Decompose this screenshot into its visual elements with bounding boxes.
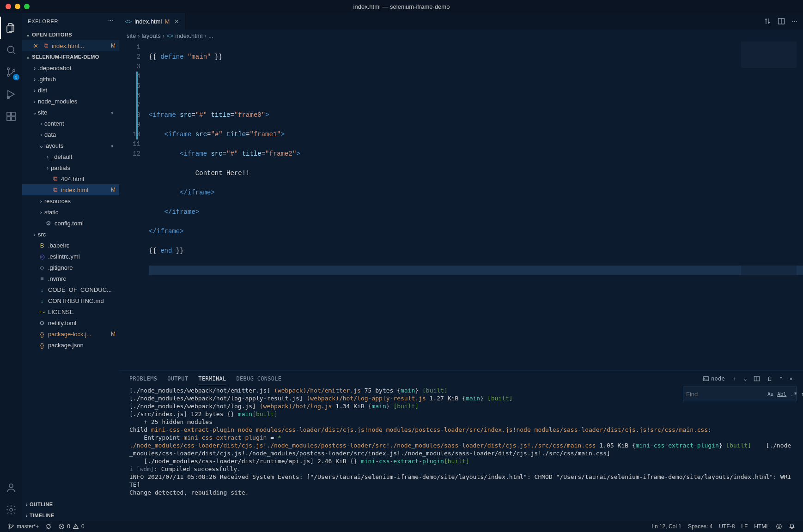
settings-icon[interactable] xyxy=(0,499,22,521)
gear-icon: ⚙ xyxy=(44,220,53,227)
new-terminal-icon[interactable]: ＋ xyxy=(731,375,737,383)
split-terminal-icon[interactable] xyxy=(754,375,760,382)
close-window-icon[interactable] xyxy=(6,4,11,9)
split-editor-icon[interactable] xyxy=(778,18,785,25)
tab-index-html[interactable]: <> index.html M ✕ xyxy=(119,13,185,30)
status-problems[interactable]: 0 0 xyxy=(55,521,87,532)
svg-point-15 xyxy=(9,524,10,526)
find-input[interactable] xyxy=(686,391,764,398)
tab-terminal[interactable]: TERMINAL xyxy=(198,373,226,385)
folder-dependabot[interactable]: ›.dependabot xyxy=(22,62,119,73)
account-icon[interactable] xyxy=(0,477,22,499)
file-code-of-conduct[interactable]: ↓CODE_OF_CONDUC... xyxy=(22,284,119,295)
terminal-shell-icon[interactable]: node xyxy=(703,375,725,382)
svg-point-11 xyxy=(10,508,12,511)
status-lncol[interactable]: Ln 12, Col 1 xyxy=(648,521,685,532)
search-icon[interactable] xyxy=(0,39,22,61)
close-tab-icon[interactable]: ✕ xyxy=(174,18,179,25)
open-editor-item[interactable]: ✕ ⧉ index.html... M xyxy=(22,40,119,51)
window-controls xyxy=(0,4,30,9)
source-control-icon[interactable]: 3 xyxy=(0,61,22,83)
explorer-icon[interactable] xyxy=(0,17,22,39)
editor-tabs: <> index.html M ✕ ⋯ xyxy=(119,13,803,30)
extensions-icon[interactable] xyxy=(0,105,22,127)
timeline-section[interactable]: ›TIMELINE xyxy=(22,510,119,521)
modified-badge: M xyxy=(111,42,116,49)
file-nvmrc[interactable]: ≡.nvmrc xyxy=(22,273,119,284)
editor-area: <> index.html M ✕ ⋯ site › layouts › <> … xyxy=(119,13,803,521)
file-package-lock[interactable]: {}package-lock.j...M xyxy=(22,328,119,339)
match-case-icon[interactable]: Aa xyxy=(767,391,773,397)
folder-content[interactable]: ›content xyxy=(22,118,119,129)
folder-layouts[interactable]: ⌄layouts● xyxy=(22,140,119,151)
workspace-section[interactable]: ⌄SELENIUM-IFRAME-DEMO xyxy=(22,51,119,62)
file-config-toml[interactable]: ⚙config.toml xyxy=(22,218,119,229)
folder-resources[interactable]: ›resources xyxy=(22,195,119,206)
svg-rect-7 xyxy=(12,112,15,116)
folder-static[interactable]: ›static xyxy=(22,206,119,218)
status-feedback-icon[interactable] xyxy=(773,521,785,532)
folder-dist[interactable]: ›dist xyxy=(22,85,119,96)
tab-problems[interactable]: PROBLEMS xyxy=(129,373,157,385)
file-gitignore[interactable]: ◇.gitignore xyxy=(22,262,119,273)
folder-github[interactable]: ›.github xyxy=(22,73,119,85)
file-contributing[interactable]: ↓CONTRIBUTING.md xyxy=(22,295,119,306)
file-netlify-toml[interactable]: ⚙netlify.toml xyxy=(22,317,119,328)
find-prev-icon[interactable]: ↑ xyxy=(801,391,803,398)
breadcrumb-file[interactable]: index.html xyxy=(175,32,202,39)
folder-site[interactable]: ⌄site● xyxy=(22,107,119,118)
markdown-file-icon: ↓ xyxy=(38,286,46,293)
json-file-icon: {} xyxy=(38,342,46,349)
breadcrumbs[interactable]: site › layouts › <> index.html › ... xyxy=(119,30,803,42)
more-actions-icon[interactable]: ⋯ xyxy=(791,18,797,25)
title-bar: index.html — selenium-iframe-demo xyxy=(0,0,803,13)
status-bell-icon[interactable] xyxy=(785,521,798,532)
file-404[interactable]: ⧉404.html xyxy=(22,173,119,184)
code-editor[interactable]: 123 45678910 1112 {{ define "main" }} <<… xyxy=(119,42,803,370)
kill-terminal-icon[interactable] xyxy=(766,375,773,382)
run-debug-icon[interactable] xyxy=(0,83,22,105)
status-encoding[interactable]: UTF-8 xyxy=(716,521,738,532)
folder-data[interactable]: ›data xyxy=(22,129,119,140)
file-eslintrc[interactable]: ◎.eslintrc.yml xyxy=(22,251,119,262)
zoom-window-icon[interactable] xyxy=(24,4,30,9)
outline-section[interactable]: ›OUTLINE xyxy=(22,499,119,510)
more-icon[interactable]: ⋯ xyxy=(108,18,114,24)
status-language[interactable]: HTML xyxy=(751,521,773,532)
terminal-output[interactable]: [./node_modules/webpack/hot/emitter.js] … xyxy=(119,387,803,521)
html-file-icon: <> xyxy=(166,32,173,39)
tab-output[interactable]: OUTPUT xyxy=(167,373,188,385)
minimap[interactable] xyxy=(741,42,797,370)
folder-node-modules[interactable]: ›node_modules xyxy=(22,96,119,107)
folder-partials[interactable]: ›partials xyxy=(22,162,119,173)
file-license[interactable]: 🗝LICENSE xyxy=(22,306,119,317)
whole-word-icon[interactable]: Abl xyxy=(777,391,786,397)
babel-file-icon: B xyxy=(38,242,46,249)
breadcrumb-more[interactable]: ... xyxy=(208,32,213,39)
breadcrumb-layouts[interactable]: layouts xyxy=(142,32,161,39)
terminal-dropdown-icon[interactable]: ⌄ xyxy=(743,375,747,382)
folder-src[interactable]: ›src xyxy=(22,229,119,240)
minimize-window-icon[interactable] xyxy=(15,4,20,9)
maximize-panel-icon[interactable]: ⌃ xyxy=(779,375,783,382)
file-index-html[interactable]: ⧉index.htmlM xyxy=(22,184,119,195)
status-spaces[interactable]: Spaces: 4 xyxy=(685,521,716,532)
svg-point-17 xyxy=(12,525,13,526)
tab-debug-console[interactable]: DEBUG CONSOLE xyxy=(237,373,282,385)
code-content[interactable]: {{ define "main" }} <<iframeiframe src="… xyxy=(149,42,803,370)
regex-icon[interactable]: .* xyxy=(790,391,797,398)
outline-label: OUTLINE xyxy=(30,502,53,507)
open-editors-section[interactable]: ⌄OPEN EDITORS xyxy=(22,29,119,40)
file-babelrc[interactable]: B.babelrc xyxy=(22,240,119,251)
terminal-shell-label: node xyxy=(711,375,725,382)
close-icon[interactable]: ✕ xyxy=(31,42,40,49)
status-eol[interactable]: LF xyxy=(738,521,751,532)
breadcrumb-site[interactable]: site xyxy=(127,32,136,39)
folder-default[interactable]: ›_default xyxy=(22,151,119,162)
close-panel-icon[interactable]: ✕ xyxy=(789,375,793,382)
status-branch[interactable]: master*+ xyxy=(5,521,42,532)
status-sync[interactable] xyxy=(42,521,55,532)
compare-changes-icon[interactable] xyxy=(764,18,771,25)
file-package-json[interactable]: {}package.json xyxy=(22,339,119,351)
svg-point-21 xyxy=(779,526,780,526)
